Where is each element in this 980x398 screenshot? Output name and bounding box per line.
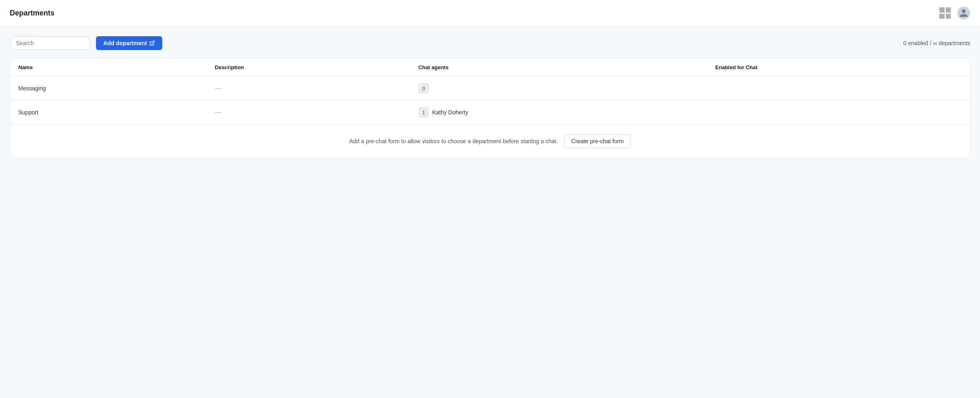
grid-icon[interactable]: [939, 7, 951, 19]
page-title: Departments: [10, 9, 54, 17]
departments-table-container: Name Description Chat agents Enabled for…: [10, 58, 970, 158]
table-header: Name Description Chat agents Enabled for…: [10, 59, 970, 77]
create-pre-chat-form-button[interactable]: Create pre-chat form: [564, 134, 631, 148]
external-link-icon: [149, 40, 155, 46]
table-row: Support — 1 Kathy Doherty: [10, 101, 970, 125]
table-row: Messaging — 0: [10, 77, 970, 101]
row-chat-agents: 0: [410, 77, 707, 101]
toolbar: Add department 0 enabled / ∞ departments: [10, 36, 970, 50]
pre-chat-text: Add a pre-chat form to allow visitors to…: [349, 138, 558, 144]
col-name: Name: [10, 59, 207, 77]
row-enabled-for-chat: [707, 77, 970, 101]
table-header-row: Name Description Chat agents Enabled for…: [10, 59, 970, 77]
agent-count-badge: 1: [418, 107, 429, 118]
svg-line-0: [152, 41, 154, 44]
col-description: Description: [207, 59, 410, 77]
agent-names: Kathy Doherty: [432, 109, 468, 116]
row-name: Support: [10, 101, 207, 125]
page-wrapper: Departments Add department: [0, 0, 980, 398]
agent-count-badge: 0: [418, 83, 429, 94]
row-enabled-for-chat: [707, 101, 970, 125]
agent-cell: 1 Kathy Doherty: [418, 107, 699, 118]
row-description: —: [207, 101, 410, 125]
table-body: Messaging — 0 Support: [10, 77, 970, 125]
search-input[interactable]: [10, 36, 91, 50]
row-chat-agents: 1 Kathy Doherty: [410, 101, 707, 125]
toolbar-left: Add department: [10, 36, 162, 50]
col-chat-agents: Chat agents: [410, 59, 707, 77]
user-avatar[interactable]: [957, 7, 970, 20]
header: Departments: [0, 0, 980, 26]
pre-chat-banner: Add a pre-chat form to allow visitors to…: [10, 124, 970, 158]
main-content: Add department 0 enabled / ∞ departments: [0, 26, 980, 168]
department-stats: 0 enabled / ∞ departments: [903, 40, 970, 46]
departments-table: Name Description Chat agents Enabled for…: [10, 59, 970, 124]
header-actions: [939, 7, 970, 20]
row-description: —: [207, 77, 410, 101]
add-department-button[interactable]: Add department: [96, 36, 162, 50]
col-enabled-for-chat: Enabled for Chat: [707, 59, 970, 77]
row-name: Messaging: [10, 77, 207, 101]
agent-cell: 0: [418, 83, 699, 94]
